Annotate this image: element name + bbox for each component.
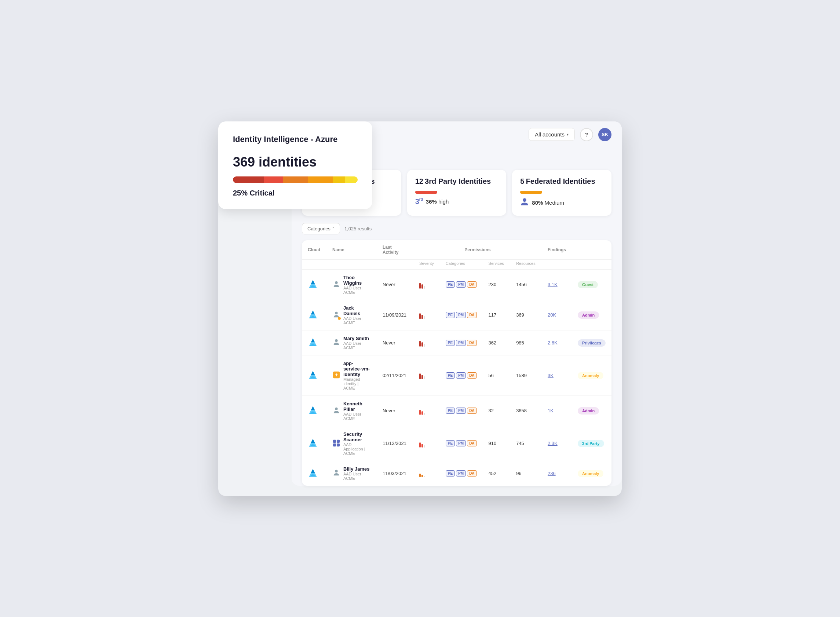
col-header-categories: Categories: [440, 259, 483, 269]
cell-last-activity: 11/09/2021: [377, 300, 413, 330]
user-name: Security Scanner: [343, 431, 371, 442]
tag-pm: PM: [456, 312, 466, 318]
severity-bar-2: [424, 316, 425, 319]
tag-pm: PM: [456, 407, 466, 414]
help-button[interactable]: ?: [580, 128, 593, 141]
severity-bar-1: [421, 444, 423, 447]
all-accounts-button[interactable]: All accounts ▾: [529, 128, 575, 141]
findings-link[interactable]: 2.6K: [548, 340, 558, 345]
severity-bar-2: [424, 344, 425, 347]
cell-name: Theo Wiggins AAD User | ACME: [326, 269, 377, 300]
cell-name: app-service-vm-identity Managed Identity…: [326, 355, 377, 396]
risk-segment-6: [345, 176, 358, 183]
severity-bar-1: [421, 342, 423, 347]
findings-link[interactable]: 1K: [548, 408, 554, 413]
help-icon: ?: [585, 132, 588, 137]
col-header-resources: Resources: [510, 259, 542, 269]
cell-findings[interactable]: 236: [542, 461, 572, 486]
risk-segment-1: [233, 176, 264, 183]
col-header-services: Services: [483, 259, 511, 269]
severity-bar-2: [424, 476, 425, 477]
severity-bar-0: [419, 442, 421, 447]
stat-3rdparty-percent: 36% high: [426, 198, 449, 205]
cell-name: Kenneth Pillar AAD User | ACME: [326, 396, 377, 426]
cell-services: 56: [483, 355, 511, 396]
findings-link[interactable]: 3.1K: [548, 282, 558, 287]
severity-bar-2: [424, 413, 425, 415]
severity-bar-1: [421, 315, 423, 319]
col-header-badge: [572, 240, 611, 260]
cell-findings[interactable]: 2.3K: [542, 426, 572, 461]
tag-container: PEPMDA: [446, 407, 477, 414]
user-avatar-container: Theo Wiggins AAD User | ACME: [332, 275, 371, 295]
cell-findings[interactable]: 3.1K: [542, 269, 572, 300]
user-name: Kenneth Pillar: [343, 401, 371, 412]
col-header-cloud: Cloud: [302, 240, 326, 260]
user-sub: AAD User | ACME: [343, 286, 371, 295]
cell-findings[interactable]: 1K: [542, 396, 572, 426]
severity-bar-1: [421, 284, 423, 289]
cell-findings[interactable]: 2.6K: [542, 330, 572, 355]
cell-services: 230: [483, 269, 511, 300]
cell-cloud: [302, 355, 326, 396]
findings-link[interactable]: 3K: [548, 373, 554, 378]
user-avatar: [332, 338, 340, 347]
cell-cloud: [302, 426, 326, 461]
finding-badge: Admin: [578, 311, 599, 319]
tag-pe: PE: [446, 312, 455, 318]
risk-segment-2: [264, 176, 283, 183]
cell-cloud: [302, 461, 326, 486]
tag-pe: PE: [446, 440, 455, 446]
stat-card-federated: 5 Federated Identities 80% Medium: [512, 170, 611, 216]
severity-bar-2: [424, 376, 425, 379]
cell-resources: 96: [510, 461, 542, 486]
findings-link[interactable]: 2.3K: [548, 441, 558, 446]
risk-bar: [233, 176, 358, 183]
user-info: app-service-vm-identity Managed Identity…: [343, 360, 371, 390]
cell-severity: [413, 300, 440, 330]
tag-da: DA: [467, 470, 477, 477]
cell-categories: PEPMDA: [440, 355, 483, 396]
categories-label: Categories: [307, 226, 331, 232]
cell-last-activity: 02/11/2021: [377, 355, 413, 396]
findings-link[interactable]: 236: [548, 471, 556, 476]
tag-container: PEPMDA: [446, 281, 477, 288]
col-header-last-activity: Last Activity: [377, 240, 413, 260]
floating-card: Identity Intelligence - Azure 369 identi…: [218, 121, 372, 209]
cell-name: Billy James AAD User | ACME: [326, 461, 377, 486]
svg-rect-26: [333, 443, 336, 446]
user-info: Kenneth Pillar AAD User | ACME: [343, 401, 371, 421]
tag-pm: PM: [456, 281, 466, 288]
user-icon: [332, 406, 340, 415]
filter-chevron-icon: ˅: [332, 226, 335, 232]
cell-resources: 3658: [510, 396, 542, 426]
svg-point-31: [335, 470, 338, 472]
all-accounts-label: All accounts: [535, 131, 564, 137]
stat-bar-3rdparty: [415, 191, 437, 194]
cell-findings[interactable]: 20K: [542, 300, 572, 330]
cell-severity: [413, 330, 440, 355]
cell-categories: PEPMDA: [440, 269, 483, 300]
cell-name: Jack Daniels AAD User | ACME: [326, 300, 377, 330]
severity-bar-1: [421, 411, 423, 415]
tag-da: DA: [467, 407, 477, 414]
cell-findings[interactable]: 3K: [542, 355, 572, 396]
user-info: Security Scanner AAD Application | ACME: [343, 431, 371, 456]
user-sub: AAD User | ACME: [343, 316, 371, 325]
table-row: Theo Wiggins AAD User | ACME NeverPEPMDA…: [302, 269, 611, 300]
critical-label: 25% Critical: [233, 189, 358, 197]
cell-badge: 3rd Party: [572, 426, 611, 461]
categories-filter-button[interactable]: Categories ˅: [302, 223, 340, 235]
severity-bars: [419, 339, 434, 347]
finding-badge: Anomaly: [578, 470, 604, 477]
cell-last-activity: Never: [377, 269, 413, 300]
azure-icon: [308, 438, 318, 448]
severity-bar-0: [419, 373, 421, 379]
cell-categories: PEPMDA: [440, 300, 483, 330]
avatar-button[interactable]: SK: [598, 128, 611, 141]
rank-badge: 3rd: [415, 197, 423, 206]
cell-categories: PEPMDA: [440, 396, 483, 426]
findings-link[interactable]: 20K: [548, 312, 556, 318]
cell-last-activity: Never: [377, 396, 413, 426]
svg-point-12: [335, 339, 338, 342]
